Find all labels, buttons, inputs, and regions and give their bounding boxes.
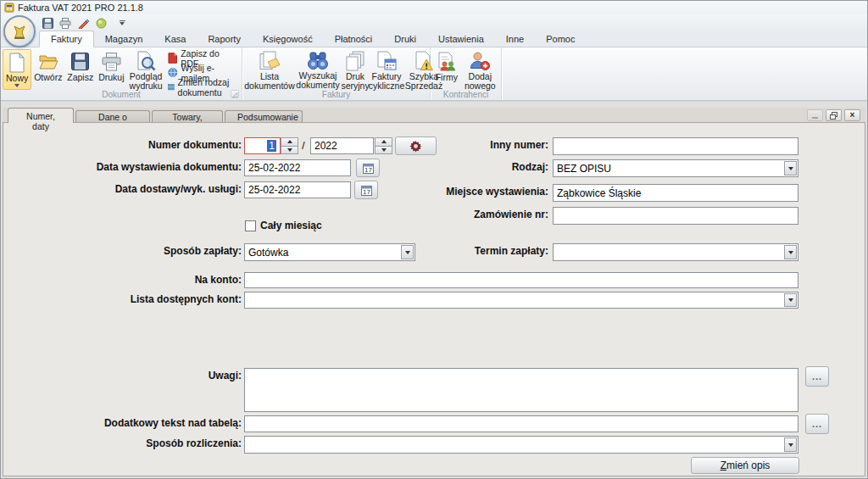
label-rodzaj: Rodzaj:: [379, 161, 548, 173]
ribbon-tab-raporty[interactable]: Raporty: [197, 31, 252, 47]
group-label-faktury: Faktury: [242, 90, 430, 99]
ribbon-empty-space: [502, 47, 867, 100]
close-button[interactable]: ×: [844, 109, 860, 121]
tab-podsumowanie[interactable]: Podsumowanie: [225, 110, 303, 123]
recurring-invoices-icon: [376, 51, 397, 71]
quick-pen-button[interactable]: [75, 16, 91, 31]
open-button-label: Otwórz: [34, 73, 62, 82]
save-button[interactable]: Zapisz: [64, 49, 96, 90]
restore-button[interactable]: [826, 109, 842, 121]
label-data-dostawy: Data dostawy/wyk. usługi:: [21, 183, 242, 195]
dropdown-button[interactable]: [784, 245, 797, 259]
svg-text:17: 17: [364, 166, 372, 173]
ribbon-tab-inne[interactable]: Inne: [495, 31, 535, 47]
spin-down-button[interactable]: [281, 147, 298, 155]
ribbon-tab-platnosci[interactable]: Płatności: [324, 31, 384, 47]
dropdown-button[interactable]: [784, 161, 797, 175]
dropdown-button[interactable]: [784, 437, 797, 452]
dialog-launcher-icon[interactable]: ◿: [231, 90, 239, 98]
batch-print-label: Druk seryjny: [341, 72, 369, 91]
document-number-value: 1: [267, 140, 276, 152]
document-number-spinner: [281, 137, 298, 154]
save-icon: [71, 51, 89, 72]
print-preview-button[interactable]: Podgląd wydruku: [127, 49, 165, 90]
open-folder-icon: [38, 51, 58, 72]
ribbon-tab-pomoc[interactable]: Pomoc: [535, 31, 586, 47]
ribbon-tab-kasa[interactable]: Kasa: [153, 31, 197, 47]
calendar-icon: 17: [361, 185, 372, 196]
label-sposob-rozliczenia: Sposób rozliczenia:: [21, 437, 242, 449]
ribbon-tab-druki[interactable]: Druki: [383, 31, 427, 47]
label-sposob-zaplaty: Sposób zapłaty:: [21, 245, 242, 257]
spin-up-button[interactable]: [281, 137, 298, 147]
quick-save-button[interactable]: [40, 16, 55, 31]
add-contractor-button[interactable]: Dodaj nowego: [461, 49, 499, 90]
extra-text-input[interactable]: [244, 415, 798, 432]
other-number-input[interactable]: [553, 137, 798, 155]
delivery-date-input[interactable]: 25-02-2022: [244, 181, 351, 198]
batch-print-button[interactable]: Druk seryjny: [341, 49, 370, 90]
print-button-label: Drukuj: [98, 73, 124, 82]
customize-quick-access-icon[interactable]: [116, 16, 128, 31]
save-button-label: Zapisz: [67, 73, 93, 82]
account-input[interactable]: [244, 272, 798, 288]
dropdown-button[interactable]: [784, 293, 797, 307]
mdi-gap: [1, 101, 867, 108]
minimize-button[interactable]: [807, 109, 823, 121]
open-button[interactable]: Otwórz: [31, 49, 64, 90]
label-data-wystawienia: Data wystawienia dokumentu:: [21, 161, 242, 173]
companies-label: Firmy: [436, 73, 458, 82]
star-icon: [96, 18, 107, 29]
quick-print-button[interactable]: [58, 16, 73, 31]
window-title: Faktura VAT 2021 PRO 21.1.8: [18, 3, 143, 13]
notes-textarea[interactable]: [244, 368, 798, 412]
companies-button[interactable]: Firmy: [432, 49, 461, 90]
tab-dane-o-firmach[interactable]: Dane o firmach: [75, 110, 150, 123]
delivery-date-calendar-button[interactable]: 17: [354, 181, 378, 199]
print-preview-icon: [136, 51, 156, 71]
companies-icon: [437, 51, 457, 72]
email-globe-icon: [168, 67, 178, 78]
chevron-down-icon: [788, 298, 793, 302]
settlement-method-combo[interactable]: [244, 436, 798, 454]
ribbon-group-faktury: Lista dokumentów Wyszukaj dokumenty Druk…: [242, 47, 431, 100]
tab-numer-daty[interactable]: Numer, daty: [8, 108, 74, 123]
notes-more-button[interactable]: ...: [805, 366, 829, 387]
ellipsis-icon: ...: [812, 371, 822, 382]
change-description-button[interactable]: Zmień opis: [691, 457, 799, 474]
issue-date-calendar-button[interactable]: 17: [356, 159, 380, 177]
payment-method-value: Gotówka: [248, 247, 288, 259]
issue-place-value: Ząbkowice Śląskie: [557, 187, 641, 199]
number-year-separator: /: [302, 139, 305, 152]
issue-place-input[interactable]: Ząbkowice Śląskie: [553, 184, 798, 202]
change-description-rest: mień opis: [726, 460, 770, 471]
new-document-button[interactable]: Nowy: [3, 49, 31, 90]
app-menu-button[interactable]: [3, 15, 36, 47]
ribbon-tab-ksiegowosc[interactable]: Księgowość: [252, 31, 324, 47]
recurring-invoices-button[interactable]: Faktury cykliczne: [370, 49, 403, 90]
add-person-icon: [470, 51, 490, 71]
print-button[interactable]: Drukuj: [96, 49, 126, 90]
document-kind-combo[interactable]: BEZ OPISU: [553, 159, 798, 177]
extra-text-more-button[interactable]: ...: [805, 414, 829, 434]
change-description-accel: Z: [721, 460, 726, 471]
chevron-down-icon: [788, 443, 793, 447]
ribbon-tab-ustawienia[interactable]: Ustawienia: [427, 31, 495, 47]
svg-text:17: 17: [363, 188, 370, 195]
search-documents-button[interactable]: Wyszukaj dokumenty: [295, 49, 341, 90]
ribbon-group-kontrahenci: Firmy Dodaj nowego Kontrahenci: [431, 47, 502, 100]
payment-deadline-combo[interactable]: [553, 243, 798, 261]
document-number-input[interactable]: 1: [244, 137, 281, 154]
ribbon-tab-faktury[interactable]: Faktury: [39, 31, 94, 47]
documents-list-button[interactable]: Lista dokumentów: [244, 49, 295, 90]
new-button-label: Nowy: [6, 74, 28, 83]
quick-star-button[interactable]: [93, 16, 108, 31]
order-number-input[interactable]: [553, 207, 798, 225]
caly-miesiac-checkbox[interactable]: [245, 220, 256, 231]
tab-towary-uslugi[interactable]: Towary, usługi: [152, 110, 223, 123]
accounts-list-combo[interactable]: [244, 292, 798, 309]
ribbon-tab-magazyn[interactable]: Magazyn: [94, 31, 154, 47]
group-label-kontrahenci: Kontrahenci: [431, 90, 501, 99]
document-year-input[interactable]: 2022: [310, 137, 374, 154]
issue-date-input[interactable]: 25-02-2022: [244, 159, 351, 176]
